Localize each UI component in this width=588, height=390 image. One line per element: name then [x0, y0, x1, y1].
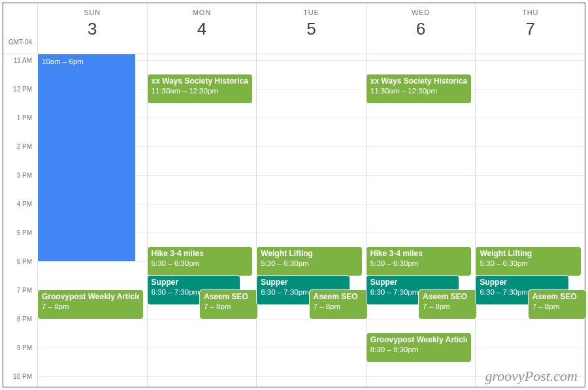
event-time: 11:30am – 12:30pm — [370, 86, 468, 95]
day-header[interactable]: WED6 — [366, 3, 476, 54]
day-number[interactable]: 4 — [197, 19, 206, 39]
event-time: 5:30 – 6:30pm — [370, 259, 468, 268]
day-column-border — [256, 54, 257, 387]
hour-line — [37, 376, 585, 377]
calendar-event[interactable]: Weight Lifting5:30 – 6:30pm — [476, 247, 581, 276]
calendar-event[interactable]: Groovypost Weekly Articles8:30 – 9:30pm — [367, 333, 472, 362]
calendar-event[interactable]: Aseem SEO7 – 8pm — [419, 290, 476, 319]
hour-label: 1 PM — [17, 114, 32, 121]
event-time: 5:30 – 6:30pm — [480, 259, 577, 268]
hour-label: 2 PM — [17, 142, 32, 150]
day-of-week-label: SUN — [84, 8, 101, 16]
event-title: Supper — [480, 278, 564, 287]
calendar-header: GMT-04 SUN3MON4TUE5WED6THU7 — [3, 3, 585, 54]
hour-label: 7 PM — [17, 286, 32, 293]
event-title: Supper — [152, 278, 236, 287]
day-column-border — [147, 54, 148, 387]
day-header[interactable]: THU7 — [475, 3, 585, 54]
hour-label: 10 PM — [13, 372, 32, 380]
calendar-event[interactable]: xx Ways Society Historically11:30am – 12… — [367, 74, 472, 103]
day-header[interactable]: MON4 — [147, 3, 257, 54]
event-title: Weight Lifting — [480, 249, 577, 259]
event-title: Groovypost Weekly Articles — [42, 292, 139, 302]
event-time: 5:30 – 6:30pm — [152, 259, 249, 268]
day-number[interactable]: 6 — [416, 19, 425, 39]
event-title: Supper — [261, 278, 345, 287]
calendar-event[interactable]: Hike 3-4 miles5:30 – 6:30pm — [148, 247, 253, 276]
calendar-event[interactable]: Hike 3-4 miles5:30 – 6:30pm — [367, 247, 472, 276]
event-title: Groovypost Weekly Articles — [370, 335, 468, 345]
calendar-event[interactable]: Aseem SEO7 – 8pm — [529, 290, 586, 319]
event-time: 7 – 8pm — [532, 302, 582, 311]
event-title: xx Ways Society Historically — [152, 76, 249, 86]
day-header[interactable]: SUN3 — [37, 3, 147, 54]
event-time: 5:30 – 6:30pm — [261, 259, 358, 268]
day-header[interactable]: TUE5 — [256, 3, 366, 54]
day-of-week-label: WED — [412, 8, 430, 16]
event-time: 11:30am – 12:30pm — [152, 86, 249, 95]
calendar-grid[interactable]: 10am – 6pmGroovypost Weekly Articles7 – … — [37, 54, 585, 387]
event-title: Hike 3-4 miles — [370, 249, 468, 259]
day-of-week-label: THU — [522, 8, 538, 16]
event-title: Supper — [370, 278, 455, 287]
calendar-event[interactable]: xx Ways Society Historically11:30am – 12… — [148, 74, 253, 103]
hour-label: 8 PM — [17, 315, 32, 322]
day-column-border — [475, 54, 476, 387]
hour-label: 9 PM — [17, 344, 32, 351]
calendar-week-view: GMT-04 SUN3MON4TUE5WED6THU7 11 AM12 PM1 … — [3, 3, 585, 387]
event-title: Weight Lifting — [261, 249, 358, 259]
calendar-body[interactable]: 11 AM12 PM1 PM2 PM3 PM4 PM5 PM6 PM7 PM8 … — [3, 54, 585, 387]
hour-line — [37, 319, 585, 319]
event-time: 10am – 6pm — [42, 57, 131, 66]
hour-label: 3 PM — [17, 171, 32, 178]
hour-label: 5 PM — [17, 229, 32, 236]
event-title: Hike 3-4 miles — [152, 249, 249, 259]
event-title: xx Ways Society Historically — [370, 76, 468, 86]
event-title: Aseem SEO — [532, 292, 582, 302]
event-title: Aseem SEO — [423, 292, 472, 302]
hour-label: 4 PM — [17, 200, 32, 207]
hour-label: 11 AM — [14, 56, 32, 63]
event-time: 7 – 8pm — [42, 302, 139, 311]
calendar-event[interactable]: Groovypost Weekly Articles7 – 8pm — [38, 290, 143, 319]
calendar-event[interactable]: Weight Lifting5:30 – 6:30pm — [257, 247, 362, 276]
event-title: Aseem SEO — [314, 292, 363, 302]
hour-line — [37, 348, 585, 348]
hour-label: 12 PM — [13, 85, 32, 92]
day-of-week-label: MON — [193, 8, 211, 16]
day-number[interactable]: 5 — [306, 19, 316, 39]
hour-label: 6 PM — [17, 257, 32, 265]
event-time: 7 – 8pm — [423, 302, 472, 311]
event-time: 7 – 8pm — [204, 302, 253, 311]
time-gutter: 11 AM12 PM1 PM2 PM3 PM4 PM5 PM6 PM7 PM8 … — [3, 54, 37, 387]
day-of-week-label: TUE — [303, 8, 319, 16]
calendar-event[interactable]: Aseem SEO7 – 8pm — [310, 290, 367, 319]
event-time: 7 – 8pm — [314, 302, 363, 311]
calendar-event[interactable]: Aseem SEO7 – 8pm — [200, 290, 257, 319]
event-time: 8:30 – 9:30pm — [370, 345, 468, 354]
day-number[interactable]: 7 — [525, 19, 534, 39]
event-title: Aseem SEO — [204, 292, 253, 302]
calendar-event[interactable]: 10am – 6pm — [38, 54, 135, 261]
timezone-label: GMT-04 — [3, 3, 37, 54]
day-number[interactable]: 3 — [88, 19, 97, 39]
